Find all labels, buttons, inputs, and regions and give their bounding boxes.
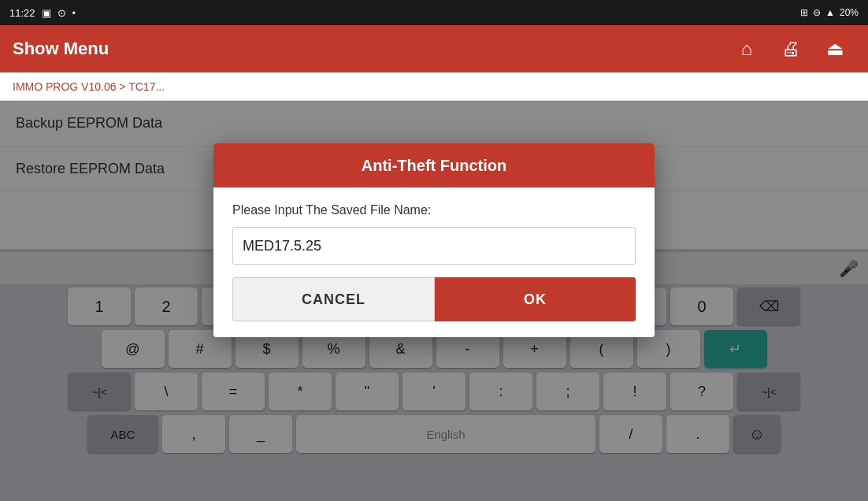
anti-theft-dialog: Anti-Theft Function Please Input The Sav… <box>213 143 655 337</box>
filename-input[interactable] <box>232 227 636 265</box>
toolbar: Show Menu ⌂ 🖨 ⏏ <box>0 25 868 72</box>
breadcrumb-text: IMMO PROG V10.06 > TC17... <box>13 80 165 93</box>
cast-status-icon: ⊞ <box>800 7 808 18</box>
notification-icon: ⊙ <box>57 7 66 19</box>
dialog-buttons: CANCEL OK <box>232 277 636 321</box>
status-right: ⊞ ⊖ ▲ 20% <box>800 7 859 18</box>
status-left: 11:22 ▣ ⊙ • <box>9 7 76 19</box>
main-content: Backup EEPROM Data Restore EEPROM Data A… <box>0 101 868 501</box>
battery-display: 20% <box>840 7 859 18</box>
home-button[interactable]: ⌂ <box>726 28 767 69</box>
toolbar-actions: ⌂ 🖨 ⏏ <box>726 28 855 69</box>
alarm-icon: ⊖ <box>813 7 821 18</box>
ok-button[interactable]: OK <box>435 277 636 321</box>
dialog-body: Please Input The Saved File Name: CANCEL… <box>213 187 655 337</box>
circle-dot-icon: • <box>72 7 76 19</box>
print-button[interactable]: 🖨 <box>770 28 811 69</box>
dialog-title: Anti-Theft Function <box>362 157 506 175</box>
breadcrumb: IMMO PROG V10.06 > TC17... <box>0 72 868 101</box>
cancel-button[interactable]: CANCEL <box>232 277 435 321</box>
cast-icon: ▣ <box>42 7 51 19</box>
dialog-label: Please Input The Saved File Name: <box>232 203 636 217</box>
wifi-icon: ▲ <box>825 7 835 18</box>
time-display: 11:22 <box>9 7 35 19</box>
exit-button[interactable]: ⏏ <box>814 28 855 69</box>
status-bar: 11:22 ▣ ⊙ • ⊞ ⊖ ▲ 20% <box>0 0 868 25</box>
dialog-header: Anti-Theft Function <box>213 143 655 187</box>
toolbar-title: Show Menu <box>13 39 109 59</box>
